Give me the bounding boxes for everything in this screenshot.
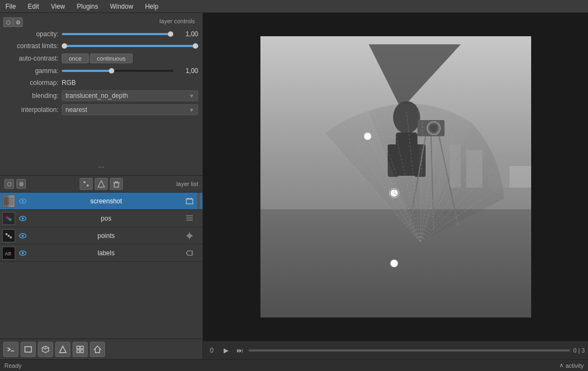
svg-rect-45 xyxy=(81,350,83,353)
auto-contrast-buttons: once continuous xyxy=(62,54,133,63)
svg-rect-12 xyxy=(186,199,193,204)
svg-rect-44 xyxy=(77,350,80,353)
layer-type-screenshot-icon xyxy=(184,196,195,207)
interpolation-dropdown[interactable]: nearest ▼ xyxy=(62,104,198,115)
bottom-toolbar xyxy=(0,339,202,359)
menu-view[interactable]: View xyxy=(49,2,67,11)
svg-line-39 xyxy=(45,348,49,349)
layer-name-labels: labels xyxy=(30,249,182,257)
menu-window[interactable]: Window xyxy=(108,2,135,11)
svg-point-26 xyxy=(22,235,24,237)
auto-contrast-once-btn[interactable]: once xyxy=(62,54,89,63)
layer-controls-panel: ⬡ ⚙ layer controls opacity: 1,00 contras… xyxy=(0,13,202,176)
svg-point-33 xyxy=(22,252,24,254)
layer-eye-screenshot[interactable] xyxy=(17,196,28,207)
layer-list-panel: ⬡ ⚙ layer list xyxy=(0,176,202,359)
image-container[interactable] xyxy=(203,13,588,341)
interpolation-row: interpolation: nearest ▼ xyxy=(0,103,202,117)
statusbar: Ready ∧ activity xyxy=(0,359,588,371)
layer-controls-title: layer controls xyxy=(155,18,199,27)
timeline-play-btn[interactable]: ▶ xyxy=(220,345,231,356)
layer-type-labels-icon xyxy=(184,248,195,259)
auto-contrast-continuous-btn[interactable]: continuous xyxy=(90,54,133,63)
blending-label: blending: xyxy=(4,92,58,100)
image-view xyxy=(260,36,531,317)
menu-file[interactable]: File xyxy=(3,2,18,11)
activity-button[interactable]: ∧ activity xyxy=(559,362,584,369)
layer-eye-labels[interactable] xyxy=(17,248,28,259)
layer-thumb-points xyxy=(2,229,15,242)
menubar: File Edit View Plugins Window Help xyxy=(0,0,588,13)
activity-label: activity xyxy=(565,362,584,369)
menu-help[interactable]: Help xyxy=(143,2,161,11)
layer-items-list: screenshot xyxy=(0,193,202,339)
arrow-up-btn[interactable] xyxy=(55,342,70,357)
layer-row-labels[interactable]: A B labels xyxy=(0,244,202,262)
svg-point-0 xyxy=(83,181,86,183)
layer-type-pos-icon xyxy=(184,213,195,224)
grid-btn[interactable] xyxy=(73,342,88,357)
timeline-frame: 0 xyxy=(573,347,577,354)
menu-edit[interactable]: Edit xyxy=(25,2,41,11)
opacity-value: 1,00 xyxy=(177,30,198,38)
svg-rect-36 xyxy=(25,347,31,352)
layer-row-points[interactable]: points xyxy=(0,227,202,244)
timeline-counter: 0 | 3 xyxy=(573,347,585,354)
interpolation-value: nearest xyxy=(66,106,87,114)
panel-settings-btn[interactable]: ⚙ xyxy=(13,17,23,27)
main-canvas[interactable] xyxy=(260,36,531,317)
timeline-total: 3 xyxy=(582,347,585,354)
colormap-row: colormap: RGB xyxy=(0,77,202,89)
gamma-slider[interactable] xyxy=(62,67,173,75)
opacity-slider[interactable] xyxy=(62,30,173,38)
svg-marker-34 xyxy=(186,251,192,255)
opacity-label: opacity: xyxy=(4,30,58,38)
panel-pin-btn[interactable]: ⬡ xyxy=(3,17,13,27)
contrast-limits-label: contrast limits: xyxy=(4,42,58,50)
layer-list-toolbar xyxy=(80,178,123,190)
new-points-btn[interactable] xyxy=(80,178,93,190)
contrast-limits-row: contrast limits: xyxy=(0,40,202,52)
blending-arrow-icon: ▼ xyxy=(189,93,194,99)
home-btn[interactable] xyxy=(90,342,105,357)
left-panel: ⬡ ⚙ layer controls opacity: 1,00 contras… xyxy=(0,13,203,359)
timeline-scrubber[interactable] xyxy=(249,349,570,352)
timeline-end-btn[interactable]: ⏭ xyxy=(234,345,245,356)
menu-plugins[interactable]: Plugins xyxy=(75,2,100,11)
svg-rect-42 xyxy=(77,346,80,349)
svg-point-79 xyxy=(390,260,398,267)
svg-text:B: B xyxy=(8,251,11,256)
layer-list-settings-btn[interactable]: ⚙ xyxy=(16,179,26,189)
timeline-start-btn[interactable]: 0 xyxy=(206,345,217,356)
layer-name-screenshot: screenshot xyxy=(30,197,182,205)
delete-layer-btn[interactable] xyxy=(110,178,123,190)
layer-name-pos: pos xyxy=(30,215,182,222)
svg-point-18 xyxy=(22,217,24,220)
svg-rect-9 xyxy=(4,197,9,205)
layer-thumb-pos xyxy=(2,212,15,225)
expand-dots[interactable]: ··· xyxy=(0,160,202,173)
interpolation-arrow-icon: ▼ xyxy=(189,107,194,113)
layer-row-pos[interactable]: pos xyxy=(0,210,202,227)
cube-btn[interactable] xyxy=(38,342,53,357)
rectangle-btn[interactable] xyxy=(21,342,36,357)
svg-point-24 xyxy=(8,235,10,237)
console-btn[interactable] xyxy=(3,342,18,357)
svg-line-40 xyxy=(42,348,45,349)
layer-eye-points[interactable] xyxy=(17,230,28,241)
contrast-slider[interactable] xyxy=(62,42,198,50)
colormap-label: colormap: xyxy=(4,79,58,87)
layer-thumb-labels: A B xyxy=(2,247,15,260)
new-shapes-btn[interactable] xyxy=(95,178,108,190)
svg-rect-13 xyxy=(187,198,192,199)
layer-list-title: layer list xyxy=(177,181,198,187)
svg-rect-52 xyxy=(509,166,531,188)
main-area: ⬡ ⚙ layer controls opacity: 1,00 contras… xyxy=(0,13,588,359)
blending-dropdown[interactable]: translucent_no_depth ▼ xyxy=(62,90,198,101)
layer-eye-pos[interactable] xyxy=(17,213,28,224)
interpolation-label: interpolation: xyxy=(4,106,58,114)
opacity-row: opacity: 1,00 xyxy=(0,28,202,40)
layer-list-pin-btn[interactable]: ⬡ xyxy=(4,179,14,189)
layer-row-screenshot[interactable]: screenshot xyxy=(0,193,202,210)
layer-thumb-screenshot xyxy=(2,195,15,208)
